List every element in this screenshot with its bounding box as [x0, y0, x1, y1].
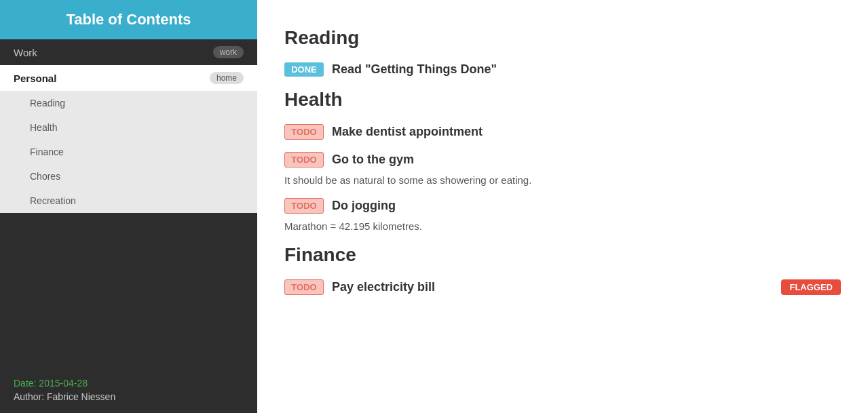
sidebar-footer: Date: 2015-04-28 Author: Fabrice Niessen	[0, 367, 257, 413]
main-content[interactable]: Reading DONE Read "Getting Things Done" …	[257, 0, 868, 413]
sidebar-section-work-label: Work	[14, 47, 37, 58]
task-row: DONE Read "Getting Things Done"	[284, 62, 841, 77]
sidebar-item-health[interactable]: Health	[0, 115, 257, 140]
sidebar-title: Table of Contents	[14, 11, 244, 28]
task-title-dentist: Make dentist appointment	[332, 125, 483, 139]
task-row-dentist: TODO Make dentist appointment	[284, 124, 841, 140]
sidebar-item-reading[interactable]: Reading	[0, 91, 257, 115]
sidebar-section-work[interactable]: Work work	[0, 39, 257, 65]
section-heading-reading: Reading	[284, 27, 841, 49]
sidebar: Table of Contents Work work Personal hom…	[0, 0, 257, 413]
flagged-badge: FLAGGED	[781, 279, 841, 295]
task-title-electricity: Pay electricity bill	[332, 280, 435, 294]
task-note-gym: It should be as natural to some as showe…	[284, 174, 841, 186]
sidebar-section-personal-badge: home	[210, 72, 244, 84]
task-left: TODO Do jogging	[284, 198, 396, 214]
section-heading-health: Health	[284, 89, 841, 111]
task-title-gym: Go to the gym	[332, 153, 414, 167]
sidebar-section-personal-label: Personal	[14, 73, 56, 84]
section-heading-finance: Finance	[284, 244, 841, 266]
task-left: DONE Read "Getting Things Done"	[284, 62, 497, 77]
task-left: TODO Pay electricity bill	[284, 279, 435, 295]
badge-todo-jogging: TODO	[284, 198, 324, 214]
task-left: TODO Go to the gym	[284, 152, 414, 168]
badge-todo-electricity: TODO	[284, 279, 324, 295]
footer-date: Date: 2015-04-28	[14, 378, 244, 389]
task-left: TODO Make dentist appointment	[284, 124, 483, 140]
sidebar-section-work-badge: work	[213, 46, 244, 58]
task-note-jogging: Marathon = 42.195 kilometres.	[284, 220, 841, 232]
task-title-jogging: Do jogging	[332, 199, 396, 213]
badge-todo-dentist: TODO	[284, 124, 324, 140]
task-title: Read "Getting Things Done"	[332, 62, 497, 77]
sidebar-item-finance[interactable]: Finance	[0, 140, 257, 164]
footer-author: Author: Fabrice Niessen	[14, 391, 244, 402]
task-row-jogging: TODO Do jogging	[284, 198, 841, 214]
sidebar-item-chores[interactable]: Chores	[0, 164, 257, 189]
task-row-gym: TODO Go to the gym	[284, 152, 841, 168]
badge-todo-gym: TODO	[284, 152, 324, 168]
sidebar-item-recreation[interactable]: Recreation	[0, 189, 257, 213]
sidebar-header: Table of Contents	[0, 0, 257, 39]
sidebar-subitems: Reading Health Finance Chores Recreation	[0, 91, 257, 213]
task-row-electricity: TODO Pay electricity bill FLAGGED	[284, 279, 841, 295]
badge-done: DONE	[284, 62, 324, 77]
sidebar-section-personal[interactable]: Personal home	[0, 65, 257, 91]
